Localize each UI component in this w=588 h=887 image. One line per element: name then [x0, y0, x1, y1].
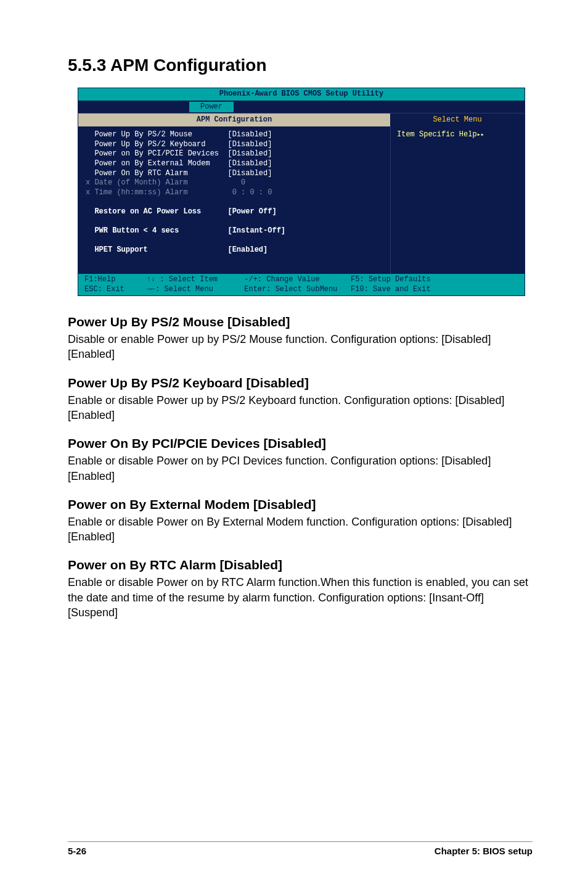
doc-section: Power on By External Modem [Disabled]Ena… [68, 497, 533, 545]
section-body: Enable or disable Power on by RTC Alarm … [68, 575, 533, 620]
doc-section: Power on By RTC Alarm [Disabled]Enable o… [68, 558, 533, 620]
page-section-heading: 5.5.3 APM Configuration [68, 56, 533, 75]
bios-setting-row: Power Up By PS/2 Mouse [Disabled] [86, 130, 383, 140]
bios-setting-row: x Time (hh:mm:ss) Alarm 0 : 0 : 0 [86, 188, 383, 198]
help-arrow-icon [477, 130, 484, 139]
section-body: Enable or disable Power on By External M… [68, 514, 533, 545]
doc-section: Power On By PCI/PCIE Devices [Disabled]E… [68, 436, 533, 484]
bios-menu-bar: Power [78, 102, 525, 113]
doc-section: Power Up By PS/2 Keyboard [Disabled]Enab… [68, 376, 533, 423]
section-title: Power On By PCI/PCIE Devices [Disabled] [68, 436, 533, 451]
section-title: Power on By RTC Alarm [Disabled] [68, 558, 533, 572]
section-body: Disable or enable Power up by PS/2 Mouse… [68, 332, 533, 362]
bios-help-title: Item Specific Help [397, 130, 477, 139]
bios-panel-title: APM Configuration [78, 113, 390, 127]
bios-setting-row: Power Up By PS/2 Keyboard [Disabled] [86, 140, 383, 150]
bios-help-panel: Item Specific Help [390, 126, 525, 274]
page-footer: 5-26 Chapter 5: BIOS setup [68, 841, 533, 856]
bios-settings-panel: Power Up By PS/2 Mouse [Disabled] Power … [78, 126, 390, 274]
bios-setting-row-bold: Restore on AC Power Loss [Power Off] [86, 207, 383, 217]
bios-tab-power: Power [189, 102, 234, 113]
bios-screenshot: Phoenix-Award BIOS CMOS Setup Utility Po… [78, 88, 525, 296]
section-title: Power on By External Modem [Disabled] [68, 497, 533, 512]
bios-setting-row: Power On By RTC Alarm [Disabled] [86, 169, 383, 179]
doc-section: Power Up By PS/2 Mouse [Disabled]Disable… [68, 315, 533, 362]
bios-select-menu-label: Select Menu [390, 113, 525, 127]
section-title: Power Up By PS/2 Keyboard [Disabled] [68, 376, 533, 390]
bios-setting-row: x Date (of Month) Alarm 0 [86, 178, 383, 188]
section-body: Enable or disable Power on by PCI Device… [68, 453, 533, 484]
bios-setting-row-bold: HPET Support [Enabled] [86, 245, 383, 255]
chapter-label: Chapter 5: BIOS setup [435, 846, 533, 856]
bios-setting-row: Power on By External Modem [Disabled] [86, 159, 383, 169]
bios-setting-row-bold: PWR Button < 4 secs [Instant-Off] [86, 226, 383, 236]
section-title: Power Up By PS/2 Mouse [Disabled] [68, 315, 533, 329]
page-number: 5-26 [68, 846, 86, 856]
bios-title-bar: Phoenix-Award BIOS CMOS Setup Utility [78, 88, 525, 102]
section-body: Enable or disable Power up by PS/2 Keybo… [68, 393, 533, 423]
bios-footer-bar: F1:Help ↑↓ : Select Item -/+: Change Val… [78, 274, 525, 295]
bios-setting-row: Power on By PCI/PCIE Devices [Disabled] [86, 149, 383, 159]
